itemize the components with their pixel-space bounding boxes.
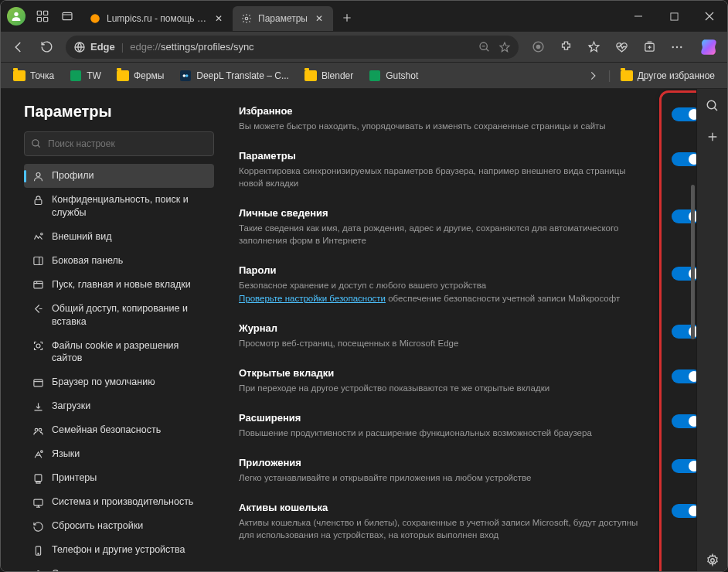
settings-search-input[interactable] [48,138,207,149]
zoom-icon[interactable] [478,41,491,53]
sync-row-4: ЖурналПросмотр веб-страниц, посещенных в… [239,314,706,359]
nav-icon-10 [32,448,44,461]
workspaces-icon[interactable] [32,5,53,27]
nav-back[interactable] [5,35,32,60]
nav-item-5[interactable]: Общий доступ, копирование и вставка [24,297,214,334]
svg-rect-24 [33,257,42,265]
nav-label-8: Загрузки [52,400,90,413]
svg-rect-25 [33,281,42,288]
svg-point-39 [710,559,714,563]
sync-title-7: Приложения [239,457,651,468]
tab-close-0[interactable]: ✕ [213,12,225,25]
scrollbar[interactable] [691,185,695,339]
bookmark-4[interactable]: Blender [298,66,359,85]
nav-item-11[interactable]: Принтеры [24,466,214,490]
nav-item-12[interactable]: Система и производительность [24,490,214,514]
browser-tab-1[interactable]: Параметры ✕ [233,6,333,31]
nav-item-0[interactable]: Профили [24,164,214,188]
bookmark-2[interactable]: Фермы [111,66,170,85]
tab-close-1[interactable]: ✕ [313,12,325,25]
sync-desc-5: При переходе на другое устройство показы… [239,382,651,394]
svg-point-14 [672,46,674,47]
sidebar-settings-icon[interactable] [702,550,723,571]
sync-desc-0: Вы можете быстро находить, упорядочивать… [239,120,651,132]
nav-icon-11 [32,472,44,485]
new-tab-button[interactable] [336,7,358,29]
nav-item-8[interactable]: Загрузки [24,394,214,418]
nav-item-1[interactable]: Конфиденциальность, поиск и службы [24,188,214,225]
svg-point-15 [676,46,678,47]
window-maximize[interactable] [656,1,692,32]
nav-icon-6 [32,340,44,352]
sync-row-6: РасширенияПовышение продуктивности и рас… [239,403,706,448]
nav-refresh[interactable] [33,35,60,60]
other-bookmarks[interactable]: Другое избранное [614,66,721,85]
tab-label-1: Параметры [258,13,308,24]
settings-main: ИзбранноеВы можете быстро находить, упор… [225,89,727,571]
collections-icon[interactable] [636,35,662,60]
tracking-icon[interactable] [525,35,551,60]
bookmarks-overflow[interactable] [581,67,604,84]
bookmark-3[interactable]: DeepL Translate – C... [173,66,295,85]
settings-title: Параметры [24,103,214,121]
nav-item-2[interactable]: Внешний вид [24,225,214,249]
menu-more-icon[interactable] [664,35,690,60]
nav-label-11: Принтеры [52,472,97,485]
sidebar-search-icon[interactable] [702,95,723,117]
nav-item-6[interactable]: Файлы cookie и разрешения сайтов [24,334,214,371]
sync-row-8: Активы кошелькаАктивы кошелька (членство… [239,493,706,550]
nav-item-3[interactable]: Боковая панель [24,249,214,273]
sync-title-2: Личные сведения [239,207,651,219]
nav-label-5: Общий доступ, копирование и вставка [52,302,206,329]
svg-rect-1 [37,11,41,15]
bookmark-1[interactable]: TW [63,66,107,85]
favorites-icon[interactable] [580,35,607,60]
wellness-icon[interactable] [608,35,634,60]
svg-rect-33 [33,499,42,506]
sync-link-3[interactable]: Проверьте настройки безопасности [239,294,386,303]
nav-item-10[interactable]: Языки [24,442,214,466]
brand-label: Edge [90,41,115,53]
site-identity[interactable]: Edge [73,41,115,53]
bookmark-5[interactable]: Gutshot [362,66,424,85]
sync-title-4: Журнал [239,322,651,334]
browser-tab-0[interactable]: Lumpics.ru - помощь с компьют ✕ [81,6,233,31]
settings-search[interactable] [24,131,214,156]
sidebar-add-icon[interactable] [702,126,723,148]
profile-avatar[interactable] [7,7,26,26]
sync-row-7: ПриложенияЛегко устанавливайте и открыва… [239,448,706,493]
nav-item-15[interactable]: Специальные возможности [24,562,214,571]
sync-desc-2: Такие сведения как имя, дата рождения, а… [239,222,651,247]
svg-point-38 [707,100,716,109]
window-titlebar: Lumpics.ru - помощь с компьют ✕ Параметр… [1,1,727,32]
nav-item-13[interactable]: Сбросить настройки [24,514,214,538]
sync-title-6: Расширения [239,412,651,424]
svg-rect-4 [44,18,48,22]
bookmark-0[interactable]: Точка [7,66,60,85]
nav-icon-0 [32,170,44,182]
tab-actions-icon[interactable] [56,5,78,27]
sync-desc-6: Повышение продуктивности и расширение фу… [239,427,651,439]
sync-title-1: Параметры [239,150,651,162]
window-minimize[interactable] [621,1,656,32]
svg-rect-27 [33,380,42,386]
sync-row-3: ПаролиБезопасное хранение и доступ с люб… [239,256,706,313]
nav-label-15: Специальные возможности [52,567,175,571]
copilot-button[interactable] [695,33,723,61]
svg-point-20 [32,140,39,146]
svg-point-0 [14,12,18,16]
extensions-icon[interactable] [553,35,579,60]
svg-rect-31 [35,475,42,482]
window-close[interactable] [692,1,727,32]
nav-label-7: Браузер по умолчанию [52,376,155,389]
nav-icon-4 [32,279,44,291]
favorite-star-icon[interactable] [498,41,511,53]
svg-point-35 [37,553,38,553]
address-bar[interactable]: Edge | edge://settings/profiles/sync [66,36,519,59]
nav-icon-12 [32,496,44,509]
nav-item-4[interactable]: Пуск, главная и новые вкладки [24,273,214,297]
nav-item-7[interactable]: Браузер по умолчанию [24,370,214,394]
nav-item-14[interactable]: Телефон и другие устройства [24,538,214,562]
nav-item-9[interactable]: Семейная безопасность [24,418,214,442]
svg-point-21 [36,172,40,176]
